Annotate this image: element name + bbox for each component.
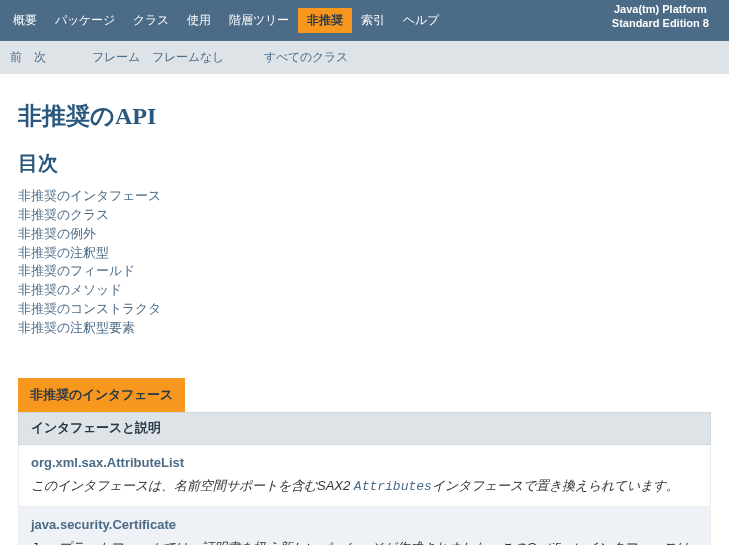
table-header: 非推奨のインタフェース — [18, 378, 185, 412]
row-desc-text: Javaプラットフォームでは、証明書を扱う新しいパッケージが作成されました。この… — [31, 540, 689, 545]
toc-item[interactable]: 非推奨の注釈型要素 — [18, 319, 711, 338]
nav-help[interactable]: ヘルプ — [394, 8, 448, 33]
top-nav: 概要 パッケージ クラス 使用 階層ツリー 非推奨 索引 ヘルプ Java(tm… — [0, 0, 729, 41]
toc-item[interactable]: 非推奨のメソッド — [18, 281, 711, 300]
row-class-link[interactable]: java.security.Certificate — [31, 517, 698, 532]
toc-item[interactable]: 非推奨のコンストラクタ — [18, 300, 711, 319]
nav-package[interactable]: パッケージ — [46, 8, 124, 33]
nav-class[interactable]: クラス — [124, 8, 178, 33]
table-subheader: インタフェースと説明 — [18, 412, 711, 445]
nav-tree[interactable]: 階層ツリー — [220, 8, 298, 33]
content: 非推奨のAPI 目次 非推奨のインタフェース 非推奨のクラス 非推奨の例外 非推… — [0, 74, 729, 545]
subnav-frames[interactable]: フレーム — [86, 47, 146, 68]
nav-items: 概要 パッケージ クラス 使用 階層ツリー 非推奨 索引 ヘルプ — [0, 0, 448, 41]
toc-item[interactable]: 非推奨のインタフェース — [18, 187, 711, 206]
row-description: Javaプラットフォームでは、証明書を扱う新しいパッケージが作成されました。この… — [31, 538, 698, 545]
platform-line1: Java(tm) Platform — [612, 2, 709, 16]
toc-list: 非推奨のインタフェース 非推奨のクラス 非推奨の例外 非推奨の注釈型 非推奨のフ… — [18, 187, 711, 338]
toc-item[interactable]: 非推奨の注釈型 — [18, 244, 711, 263]
nav-index[interactable]: 索引 — [352, 8, 394, 33]
subnav-next[interactable]: 次 — [28, 47, 52, 68]
nav-overview[interactable]: 概要 — [4, 8, 46, 33]
toc-title: 目次 — [18, 150, 711, 177]
row-desc-text: インタフェースで置き換えられています。 — [432, 478, 679, 493]
row-class-link[interactable]: org.xml.sax.AttributeList — [31, 455, 698, 470]
row-description: このインタフェースは、名前空間サポートを含むSAX2 Attributesインタ… — [31, 476, 698, 497]
toc-item[interactable]: 非推奨のフィールド — [18, 262, 711, 281]
table-row: java.security.Certificate Javaプラットフォームでは… — [18, 507, 711, 545]
sub-nav: 前 次 フレーム フレームなし すべてのクラス — [0, 41, 729, 74]
platform-line2: Standard Edition 8 — [612, 16, 709, 30]
subnav-allclasses[interactable]: すべてのクラス — [258, 47, 354, 68]
platform-info: Java(tm) Platform Standard Edition 8 — [612, 2, 709, 31]
deprecated-interfaces-table: 非推奨のインタフェース インタフェースと説明 org.xml.sax.Attri… — [18, 378, 711, 545]
subnav-noframes[interactable]: フレームなし — [146, 47, 230, 68]
row-desc-text: このインタフェースは、名前空間サポートを含むSAX2 — [31, 478, 354, 493]
subnav-prev[interactable]: 前 — [4, 47, 28, 68]
toc-item[interactable]: 非推奨のクラス — [18, 206, 711, 225]
toc-item[interactable]: 非推奨の例外 — [18, 225, 711, 244]
page-title: 非推奨のAPI — [18, 100, 711, 132]
row-desc-link[interactable]: Attributes — [354, 479, 432, 494]
nav-deprecated[interactable]: 非推奨 — [298, 8, 352, 33]
table-row: org.xml.sax.AttributeList このインタフェースは、名前空… — [18, 445, 711, 508]
nav-use[interactable]: 使用 — [178, 8, 220, 33]
